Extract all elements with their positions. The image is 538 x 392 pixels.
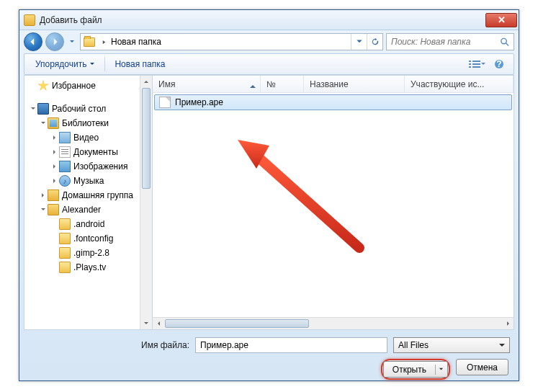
horizontal-scrollbar[interactable]	[153, 317, 514, 329]
svg-rect-6	[469, 66, 471, 68]
tree-label: Избранное	[52, 81, 96, 91]
video-icon	[59, 132, 71, 143]
new-folder-label: Новая папка	[115, 59, 165, 69]
chevron-down-icon	[480, 61, 486, 67]
scroll-right-icon[interactable]	[501, 318, 514, 329]
tree-label: Домашняя группа	[62, 190, 133, 200]
svg-rect-3	[472, 61, 480, 62]
sidebar-item-user[interactable]: Alexander	[26, 202, 151, 217]
toolbar-separator	[104, 57, 105, 71]
open-dropdown[interactable]	[436, 367, 447, 372]
organize-label: Упорядочить	[35, 59, 86, 69]
svg-rect-5	[472, 63, 480, 65]
file-list[interactable]: Пример.ape	[153, 93, 514, 317]
user-icon	[48, 204, 59, 215]
address-bar[interactable]: Новая папка	[80, 33, 383, 50]
app-icon	[24, 14, 35, 26]
folder-icon	[59, 233, 71, 244]
filename-input[interactable]	[195, 337, 387, 353]
column-label: №	[266, 79, 276, 89]
close-button[interactable]: ✕	[485, 13, 517, 27]
breadcrumb-current[interactable]: Новая папка	[108, 34, 164, 50]
column-artists[interactable]: Участвующие ис...	[405, 76, 514, 92]
column-label: Участвующие ис...	[411, 79, 484, 89]
breadcrumb-root[interactable]	[81, 34, 99, 50]
folder-tree: Избранное Рабочий стол Библиотеки Видео …	[24, 76, 152, 277]
breadcrumb-label: Новая папка	[111, 37, 161, 47]
toolbar: Упорядочить Новая папка ?	[24, 53, 514, 75]
tree-label: Alexander	[62, 205, 101, 215]
svg-rect-2	[469, 61, 471, 62]
search-box[interactable]	[386, 33, 514, 50]
column-name[interactable]: Имя	[153, 76, 261, 92]
svg-rect-7	[472, 66, 480, 68]
scrollbar-thumb[interactable]	[142, 88, 151, 189]
svg-point-0	[501, 38, 506, 43]
column-number[interactable]: №	[261, 76, 304, 92]
filename-label: Имя файла:	[28, 340, 195, 350]
folder-icon	[59, 262, 71, 273]
sidebar-item-folder[interactable]: .android	[26, 217, 151, 231]
back-button[interactable]	[24, 32, 42, 51]
new-folder-button[interactable]: Новая папка	[108, 55, 171, 73]
tree-label: .Plays.tv	[73, 262, 106, 272]
file-row[interactable]: Пример.ape	[154, 94, 512, 110]
svg-rect-4	[469, 63, 471, 65]
open-button[interactable]: Открыть	[383, 361, 448, 378]
sidebar-item-libraries[interactable]: Библиотеки	[26, 116, 151, 130]
breadcrumb-sep-icon	[99, 40, 108, 45]
search-icon	[500, 37, 509, 47]
sidebar-item-favorites[interactable]: Избранное	[26, 79, 151, 93]
sidebar-item-music[interactable]: Музыка	[26, 174, 151, 188]
tree-label: .android	[73, 219, 104, 229]
scrollbar-thumb[interactable]	[165, 319, 309, 328]
annotation-highlight: Открыть	[381, 359, 450, 380]
bottom-panel: Имя файла: All Files Открыть Отмена	[19, 330, 519, 388]
cancel-button[interactable]: Отмена	[456, 359, 508, 375]
view-mode-button[interactable]	[467, 56, 488, 72]
open-file-dialog: Добавить файл ✕ Новая папка Упорядочить …	[19, 9, 519, 381]
homegroup-icon	[48, 190, 59, 201]
tree-label: .gimp-2.8	[73, 248, 109, 258]
sidebar: Избранное Рабочий стол Библиотеки Видео …	[24, 75, 152, 330]
svg-text:?: ?	[496, 59, 501, 69]
tree-label: Музыка	[73, 176, 104, 186]
sidebar-item-folder[interactable]: .Plays.tv	[26, 260, 151, 275]
cancel-label: Отмена	[467, 362, 498, 373]
sidebar-item-desktop[interactable]: Рабочий стол	[26, 102, 151, 116]
address-dropdown[interactable]	[351, 34, 367, 50]
tree-label: Библиотеки	[62, 118, 109, 128]
tree-label: Рабочий стол	[52, 104, 106, 114]
music-icon	[59, 175, 71, 187]
sidebar-scrollbar[interactable]	[140, 76, 152, 329]
nav-history-dropdown[interactable]	[67, 34, 77, 50]
file-type-filter[interactable]: All Files	[393, 337, 510, 353]
chevron-down-icon	[89, 61, 95, 67]
scroll-down-icon[interactable]	[140, 317, 152, 329]
search-input[interactable]	[391, 37, 500, 47]
sidebar-item-folder[interactable]: .fontconfig	[26, 231, 151, 246]
sidebar-item-documents[interactable]: Документы	[26, 145, 151, 159]
star-icon	[37, 80, 49, 92]
sidebar-item-pictures[interactable]: Изображения	[26, 159, 151, 174]
titlebar: Добавить файл ✕	[19, 10, 519, 30]
folder-icon	[59, 218, 71, 230]
column-title[interactable]: Название	[304, 76, 405, 92]
file-name: Пример.ape	[175, 97, 223, 107]
forward-button[interactable]	[45, 32, 64, 51]
tree-label: .fontconfig	[73, 233, 113, 244]
file-pane: Имя № Название Участвующие ис... Пример.…	[152, 75, 514, 330]
tree-label: Документы	[73, 147, 118, 157]
refresh-button[interactable]	[367, 34, 382, 50]
scroll-up-icon[interactable]	[140, 76, 152, 88]
tree-label: Видео	[73, 133, 99, 143]
sidebar-item-video[interactable]: Видео	[26, 130, 151, 145]
open-label: Открыть	[393, 365, 426, 375]
folder-icon	[59, 247, 71, 259]
organize-menu[interactable]: Упорядочить	[29, 55, 102, 73]
tree-label: Изображения	[73, 161, 127, 172]
sidebar-item-folder[interactable]: .gimp-2.8	[26, 246, 151, 260]
help-button[interactable]: ?	[489, 56, 509, 72]
scroll-left-icon[interactable]	[153, 318, 165, 329]
sidebar-item-homegroup[interactable]: Домашняя группа	[26, 188, 151, 202]
